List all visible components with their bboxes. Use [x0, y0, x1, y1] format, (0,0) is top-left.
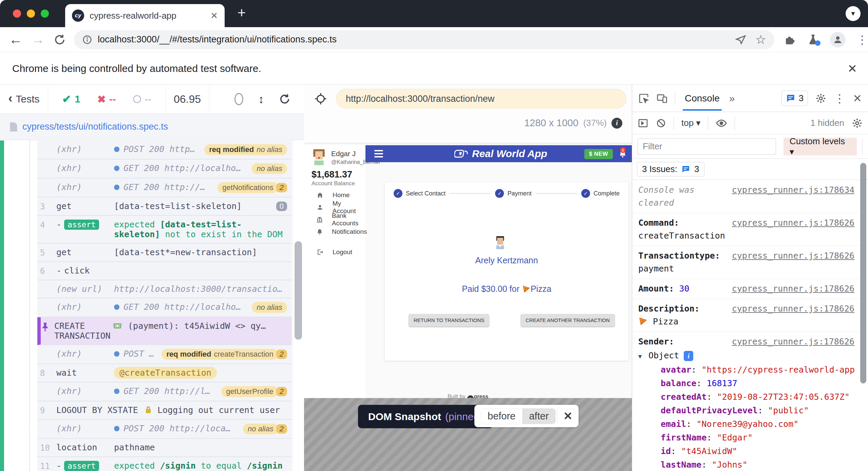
- log-row-xhr[interactable]: (xhr) GET 200 http://l… getUserProfile2: [37, 382, 292, 401]
- console-entry[interactable]: Amount: 30cypress_runner.js:178626: [632, 279, 868, 299]
- console-entry[interactable]: Description: Pizzacypress_runner.js:1786…: [632, 299, 868, 332]
- device-toolbar-icon[interactable]: [657, 93, 667, 104]
- close-window-button[interactable]: [13, 10, 21, 18]
- log-row-create-transaction-pinned[interactable]: CREATE TRANSACTION (payment): t45AiwidW …: [37, 317, 292, 345]
- source-link[interactable]: cypress_runner.js:178626: [732, 249, 854, 262]
- log-row-xhr[interactable]: (xhr) POST … req modifiedcreateTransacti…: [37, 345, 292, 364]
- tab-close-icon[interactable]: ✕: [210, 11, 218, 21]
- reload-button[interactable]: [54, 34, 66, 46]
- source-link[interactable]: cypress_runner.js:178626: [732, 335, 854, 348]
- browser-tab[interactable]: cy cypress-realworld-app ✕: [65, 4, 225, 27]
- url-text[interactable]: localhost:3000/__/#/tests/integration/ui…: [98, 34, 735, 45]
- tab-search-button[interactable]: ▼: [846, 6, 861, 21]
- console-entry[interactable]: Transactiontype: paymentcypress_runner.j…: [632, 246, 868, 279]
- extensions-puzzle-icon[interactable]: [784, 34, 796, 46]
- console-messages: Console was clearedcypress_runner.js:178…: [632, 180, 868, 471]
- new-transaction-button[interactable]: $ NEW: [584, 149, 613, 159]
- reporter-scrollbar-thumb[interactable]: [295, 241, 302, 340]
- scroll-toggle-icon[interactable]: ↕: [258, 93, 264, 106]
- devtools-scrollbar-thumb[interactable]: [860, 163, 866, 383]
- app-brand[interactable]: Real World App: [454, 148, 547, 159]
- profile-avatar[interactable]: [830, 32, 846, 48]
- object-root[interactable]: ▼Objecti: [638, 349, 854, 363]
- forward-button[interactable]: →: [31, 32, 45, 47]
- clear-console-icon[interactable]: [656, 118, 666, 128]
- more-tabs-icon[interactable]: »: [729, 93, 735, 104]
- source-link[interactable]: cypress_runner.js:178626: [732, 302, 854, 315]
- sidebar-item-logout[interactable]: Logout: [304, 246, 365, 258]
- spec-file-link[interactable]: cypress/tests/ui/notifications.spec.ts: [22, 121, 168, 132]
- maximize-window-button[interactable]: [41, 10, 49, 18]
- account-balance: $1,681.37: [312, 169, 352, 180]
- log-row-xhr[interactable]: (xhr) POST 200 http://loca… no alias2: [37, 420, 292, 439]
- rerun-tests-icon[interactable]: [279, 93, 290, 105]
- return-to-transactions-button[interactable]: RETURN TO TRANSACTIONS: [409, 314, 489, 326]
- log-row-xhr[interactable]: (xhr) GET 200 http://localho… no alias: [37, 159, 292, 178]
- selector-playground-icon[interactable]: [314, 92, 327, 105]
- inspect-element-icon[interactable]: [638, 93, 649, 104]
- issues-counter[interactable]: 3 Issues: 3: [637, 162, 704, 176]
- log-row-xhr[interactable]: (xhr) GET 200 http://… getNotifications2: [37, 178, 292, 197]
- step-check-icon: ✓: [581, 189, 590, 198]
- browser-menu-icon[interactable]: ⋮: [856, 33, 868, 46]
- send-to-device-icon[interactable]: [735, 34, 747, 45]
- chrome-labs-flask-icon[interactable]: [807, 34, 819, 46]
- back-to-tests[interactable]: ‹ Tests: [0, 85, 48, 113]
- tab-console[interactable]: Console: [683, 86, 722, 111]
- viewport-toggle-icon[interactable]: [234, 93, 243, 105]
- contact-name[interactable]: Arely Kertzmann: [385, 256, 628, 265]
- log-row-get[interactable]: 5get [data-test*=new-transaction]: [37, 244, 292, 262]
- log-row-xhr[interactable]: (xhr) POST 200 http… req modifiedno alia…: [37, 140, 292, 159]
- devtools-close-icon[interactable]: ✕: [853, 92, 862, 105]
- banner-close-icon[interactable]: ✕: [848, 62, 857, 75]
- log-row-xhr[interactable]: (xhr) GET 200 http://localho… no alias: [37, 298, 292, 317]
- object-info-icon[interactable]: i: [684, 351, 693, 361]
- console-entry[interactable]: Console was clearedcypress_runner.js:178…: [632, 180, 868, 213]
- bookmark-star-icon[interactable]: ☆: [755, 33, 766, 47]
- settings-gear-icon[interactable]: [815, 93, 826, 104]
- log-row-new-url[interactable]: (new url) http://localhost:3000/transact…: [37, 280, 292, 298]
- source-link[interactable]: cypress_runner.js:178626: [732, 216, 854, 229]
- hidden-messages-label[interactable]: 1 hidden: [810, 118, 844, 128]
- log-row-get[interactable]: 3get [data-test=list-skeleton] 0: [37, 197, 292, 216]
- source-link[interactable]: cypress_runner.js:178634: [732, 184, 854, 196]
- custom-levels-dropdown[interactable]: Custom levels ▾: [784, 138, 857, 155]
- log-row-assert[interactable]: 11 -assert expected /signin to equal /si…: [37, 457, 292, 471]
- live-expression-eye-icon[interactable]: [716, 117, 727, 129]
- context-selector[interactable]: top ▾: [681, 118, 700, 128]
- log-row-location[interactable]: 10location pathname: [37, 439, 292, 457]
- xhr-dot-icon: [114, 389, 119, 394]
- unpin-close-icon[interactable]: ✕: [558, 410, 572, 422]
- new-tab-button[interactable]: +: [234, 6, 249, 21]
- filter-input[interactable]: [638, 138, 776, 155]
- banner-text: Chrome is being controlled by automated …: [12, 63, 261, 74]
- sidebar-item-bank-accounts[interactable]: Bank Accounts: [304, 213, 365, 226]
- sidebar-item-home[interactable]: Home: [304, 189, 365, 201]
- console-sidebar-icon[interactable]: [638, 118, 648, 129]
- log-row-assert[interactable]: 4 -assert expected [data-test=list-skele…: [37, 216, 292, 244]
- user-avatar: [312, 148, 326, 165]
- create-another-transaction-button[interactable]: CREATE ANOTHER TRANSACTION: [521, 314, 615, 326]
- log-row-logout[interactable]: 9 LOGOUT BY XSTATE Logging out current u…: [37, 401, 292, 420]
- site-info-icon[interactable]: [82, 35, 92, 45]
- back-button[interactable]: ←: [9, 32, 22, 47]
- console-messages-badge[interactable]: 3: [781, 91, 808, 106]
- log-row-wait[interactable]: 8wait @createTransaction: [37, 364, 292, 382]
- console-entry-sender[interactable]: Sender:cypress_runner.js:178626 ▼Objecti…: [632, 332, 868, 471]
- devtools-menu-icon[interactable]: ⋮: [834, 92, 845, 105]
- sidebar-item-notifications[interactable]: Notifications: [304, 226, 365, 238]
- log-row-click[interactable]: 6 -click: [37, 262, 292, 280]
- sidebar-item-my-account[interactable]: My Account: [304, 201, 365, 213]
- drawer-menu-icon[interactable]: [374, 150, 383, 157]
- aut-url-bar[interactable]: http://localhost:3000/transaction/new: [336, 89, 626, 109]
- notifications-bell[interactable]: 8: [618, 149, 627, 158]
- reporter-scrollbar-track[interactable]: [293, 140, 304, 471]
- before-button[interactable]: before: [481, 409, 522, 424]
- source-link[interactable]: cypress_runner.js:178626: [732, 282, 854, 295]
- viewport-info-icon[interactable]: i: [611, 118, 622, 129]
- console-entry[interactable]: Command: createTransactioncypress_runner…: [632, 213, 868, 246]
- after-button[interactable]: after: [522, 409, 555, 424]
- minimize-window-button[interactable]: [27, 10, 35, 18]
- console-settings-gear-icon[interactable]: [852, 118, 863, 129]
- address-bar[interactable]: localhost:3000/__/#/tests/integration/ui…: [74, 30, 774, 49]
